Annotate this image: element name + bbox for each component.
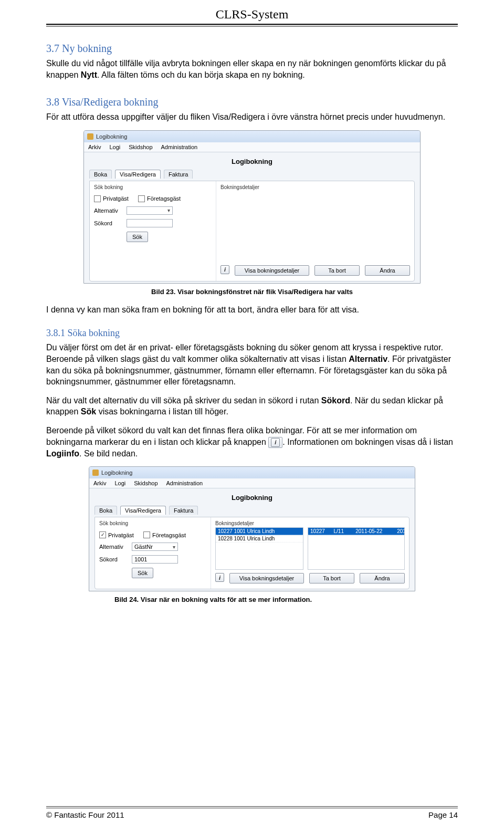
window-titlebar[interactable]: Logibokning [84, 131, 420, 142]
paragraph-3-8: För att utföra dessa uppgifter väljer du… [46, 111, 458, 123]
tabbar: Boka Visa/Redigera Faktura [94, 506, 410, 515]
panel-title: Logibokning [89, 158, 415, 165]
menubar[interactable]: Arkiv Logi Skidshop Administration [89, 478, 415, 488]
paragraph-381-1: Du väljer först om det är en privat- ell… [46, 342, 458, 387]
app-icon [92, 470, 99, 476]
text: visas bokningarna i listan till höger. [96, 407, 228, 416]
heading-3-7: 3.7 Ny bokning [46, 43, 458, 55]
list-item[interactable]: 10227 1001 Ulrica Lindh [216, 528, 303, 535]
window-title: Logibokning [96, 133, 127, 140]
list-item[interactable]: 10228 1001 Ulrica Lindh [216, 535, 303, 543]
list-item[interactable]: 10227 L/11 2011-05-22 2011-05-29 [308, 528, 404, 535]
checkbox-privatgast[interactable]: ✓ Privatgäst [99, 531, 134, 538]
input-sokord[interactable] [127, 219, 173, 227]
paragraph-381-2: När du valt det alternativ du vill söka … [46, 395, 458, 418]
text: . Se bild nedan. [79, 449, 138, 458]
checkbox-icon: ✓ [99, 531, 106, 538]
screenshot-logibokning-2: Logibokning Arkiv Logi Skidshop Administ… [89, 466, 415, 591]
heading-3-8: 3.8 Visa/Redigera bokning [46, 96, 458, 108]
menu-skidshop[interactable]: Skidshop [129, 144, 152, 150]
checkbox-icon [138, 195, 145, 202]
header-divider [46, 26, 458, 27]
tab-faktura[interactable]: Faktura [169, 506, 198, 515]
checkbox-label: Företagsgäst [152, 532, 186, 538]
andra-button[interactable]: Ändra [360, 573, 405, 583]
info-icon: i [271, 438, 280, 447]
group-sok-bokning: Sök bokning [99, 520, 206, 526]
window-title: Logibokning [101, 470, 132, 476]
menu-logi[interactable]: Logi [114, 480, 125, 486]
combo-alternativ[interactable]: ▾ [127, 206, 173, 215]
label-alternativ: Alternativ [94, 207, 122, 214]
heading-3-8-1: 3.8.1 Söka bokning [46, 328, 458, 339]
menu-skidshop[interactable]: Skidshop [134, 480, 158, 486]
checkbox-label: Privatgäst [108, 532, 134, 538]
label-sokord: Sökord [94, 220, 122, 226]
input-sokord[interactable]: 1001 [132, 555, 178, 564]
tab-boka[interactable]: Boka [89, 170, 112, 179]
text: . Informationen om bokningen visas då i … [282, 437, 453, 446]
group-bokningsdetaljer: Bokningsdetaljer [220, 184, 410, 190]
visa-bokningsdetaljer-button[interactable]: Visa bokningsdetaljer [235, 265, 309, 276]
menubar[interactable]: Arkiv Logi Skidshop Administration [84, 142, 420, 152]
bold-nytt: Nytt [81, 70, 97, 79]
booking-list[interactable]: 10227 1001 Ulrica Lindh 10228 1001 Ulric… [215, 527, 303, 570]
sok-button[interactable]: Sök [127, 232, 148, 242]
booking-detail-list[interactable]: 10227 L/11 2011-05-22 2011-05-29 [308, 527, 405, 570]
menu-arkiv[interactable]: Arkiv [88, 144, 101, 150]
bold-logiinfo: Logiinfo [46, 449, 79, 458]
page-footer: © Fantastic Four 2011 Page 14 [46, 808, 458, 819]
tab-visa-redigera[interactable]: Visa/Redigera [115, 170, 161, 179]
ta-bort-button[interactable]: Ta bort [309, 573, 354, 583]
checkbox-label: Privatgäst [103, 195, 129, 202]
combo-value: GästNr [134, 544, 153, 550]
text: När du valt det alternativ du vill söka … [46, 396, 321, 405]
caption-bild-24: Bild 24. Visar när en bokning valts för … [114, 596, 458, 603]
sok-button[interactable]: Sök [132, 568, 153, 578]
ta-bort-button[interactable]: Ta bort [314, 265, 360, 276]
bold-alternativ: Alternativ [349, 355, 387, 363]
visa-bokningsdetaljer-button[interactable]: Visa bokningsdetaljer [229, 573, 304, 583]
app-icon [87, 133, 93, 140]
bold-sok: Sök [81, 407, 96, 416]
caption-bild-23: Bild 23. Visar bokningsfönstret när flik… [46, 288, 458, 296]
tab-visa-redigera[interactable]: Visa/Redigera [120, 506, 166, 515]
screenshot-logibokning-1: Logibokning Arkiv Logi Skidshop Administ… [83, 130, 421, 284]
menu-arkiv[interactable]: Arkiv [93, 480, 106, 486]
group-bokningsdetaljer: Bokningsdetaljer [215, 520, 405, 526]
menu-administration[interactable]: Administration [161, 144, 198, 150]
tab-faktura[interactable]: Faktura [164, 170, 193, 179]
paragraph-3-7: Skulle du vid något tillfälle vilja avbr… [46, 58, 458, 80]
footer-right: Page 14 [428, 810, 458, 819]
window-titlebar[interactable]: Logibokning [89, 467, 415, 478]
info-icon[interactable]: i [220, 265, 229, 274]
andra-button[interactable]: Ändra [365, 265, 410, 276]
checkbox-foretagsgast[interactable]: Företagsgäst [143, 531, 186, 538]
inline-info-button[interactable]: i [268, 437, 282, 448]
panel-title: Logibokning [94, 494, 410, 502]
checkbox-icon [143, 531, 150, 538]
menu-administration[interactable]: Administration [166, 480, 203, 486]
checkbox-icon [94, 195, 101, 202]
bold-sokord: Sökord [321, 396, 350, 405]
chevron-down-icon: ▾ [173, 544, 175, 550]
checkbox-privatgast[interactable]: Privatgäst [94, 195, 129, 202]
footer-left: © Fantastic Four 2011 [46, 810, 124, 819]
checkbox-label: Företagsgäst [147, 195, 181, 202]
info-icon[interactable]: i [215, 573, 224, 582]
menu-logi[interactable]: Logi [109, 144, 120, 150]
label-sokord: Sökord [99, 556, 128, 562]
paragraph-after-ss1: I denna vy kan man söka fram en bokning … [46, 304, 458, 316]
group-sok-bokning: Sök bokning [94, 184, 212, 190]
chevron-down-icon: ▾ [167, 207, 170, 213]
tabbar: Boka Visa/Redigera Faktura [89, 170, 415, 179]
page-header: CLRS-System [46, 7, 458, 25]
checkbox-foretagsgast[interactable]: Företagsgäst [138, 195, 181, 202]
paragraph-381-3: Beroende på vilket sökord du valt kan de… [46, 425, 458, 459]
label-alternativ: Alternativ [99, 544, 128, 550]
combo-alternativ[interactable]: GästNr ▾ [132, 543, 178, 551]
text: . Alla fälten töms och du kan börja skap… [97, 70, 305, 79]
tab-boka[interactable]: Boka [94, 506, 117, 515]
